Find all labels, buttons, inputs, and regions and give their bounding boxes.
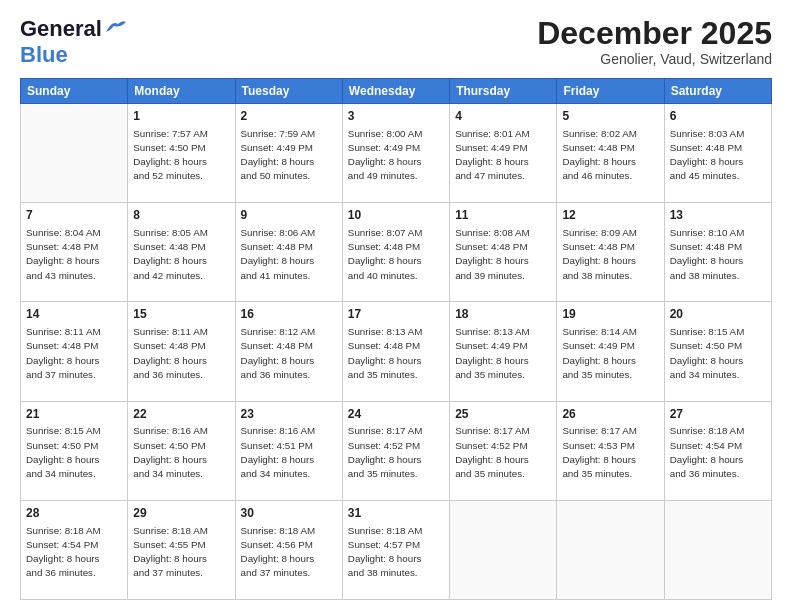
calendar-cell: 31Sunrise: 8:18 AMSunset: 4:57 PMDayligh… — [342, 500, 449, 599]
day-info: Sunrise: 7:59 AMSunset: 4:49 PMDaylight:… — [241, 127, 337, 184]
calendar-cell: 3Sunrise: 8:00 AMSunset: 4:49 PMDaylight… — [342, 104, 449, 203]
week-row-2: 7Sunrise: 8:04 AMSunset: 4:48 PMDaylight… — [21, 203, 772, 302]
day-number: 18 — [455, 306, 551, 323]
day-number: 15 — [133, 306, 229, 323]
header-right: December 2025 Genolier, Vaud, Switzerlan… — [537, 16, 772, 67]
calendar-cell — [450, 500, 557, 599]
calendar-cell: 7Sunrise: 8:04 AMSunset: 4:48 PMDaylight… — [21, 203, 128, 302]
logo-bird-icon — [104, 18, 126, 36]
day-info: Sunrise: 8:11 AMSunset: 4:48 PMDaylight:… — [133, 325, 229, 382]
day-number: 14 — [26, 306, 122, 323]
day-number: 12 — [562, 207, 658, 224]
day-of-week-wednesday: Wednesday — [342, 79, 449, 104]
calendar-cell: 13Sunrise: 8:10 AMSunset: 4:48 PMDayligh… — [664, 203, 771, 302]
day-info: Sunrise: 8:11 AMSunset: 4:48 PMDaylight:… — [26, 325, 122, 382]
day-number: 11 — [455, 207, 551, 224]
calendar-cell: 14Sunrise: 8:11 AMSunset: 4:48 PMDayligh… — [21, 302, 128, 401]
day-info: Sunrise: 8:01 AMSunset: 4:49 PMDaylight:… — [455, 127, 551, 184]
calendar-cell: 23Sunrise: 8:16 AMSunset: 4:51 PMDayligh… — [235, 401, 342, 500]
calendar-cell: 26Sunrise: 8:17 AMSunset: 4:53 PMDayligh… — [557, 401, 664, 500]
day-number: 22 — [133, 406, 229, 423]
calendar-cell: 27Sunrise: 8:18 AMSunset: 4:54 PMDayligh… — [664, 401, 771, 500]
calendar-cell: 29Sunrise: 8:18 AMSunset: 4:55 PMDayligh… — [128, 500, 235, 599]
day-info: Sunrise: 8:17 AMSunset: 4:53 PMDaylight:… — [562, 424, 658, 481]
calendar-cell: 20Sunrise: 8:15 AMSunset: 4:50 PMDayligh… — [664, 302, 771, 401]
day-number: 10 — [348, 207, 444, 224]
day-number: 26 — [562, 406, 658, 423]
calendar-cell: 15Sunrise: 8:11 AMSunset: 4:48 PMDayligh… — [128, 302, 235, 401]
calendar-cell: 4Sunrise: 8:01 AMSunset: 4:49 PMDaylight… — [450, 104, 557, 203]
day-info: Sunrise: 8:07 AMSunset: 4:48 PMDaylight:… — [348, 226, 444, 283]
day-info: Sunrise: 8:16 AMSunset: 4:50 PMDaylight:… — [133, 424, 229, 481]
calendar-cell: 10Sunrise: 8:07 AMSunset: 4:48 PMDayligh… — [342, 203, 449, 302]
calendar-cell — [21, 104, 128, 203]
day-number: 21 — [26, 406, 122, 423]
day-of-week-tuesday: Tuesday — [235, 79, 342, 104]
day-number: 16 — [241, 306, 337, 323]
calendar-header: SundayMondayTuesdayWednesdayThursdayFrid… — [21, 79, 772, 104]
day-info: Sunrise: 8:04 AMSunset: 4:48 PMDaylight:… — [26, 226, 122, 283]
day-number: 27 — [670, 406, 766, 423]
day-info: Sunrise: 8:16 AMSunset: 4:51 PMDaylight:… — [241, 424, 337, 481]
logo-general: General — [20, 16, 102, 42]
day-number: 4 — [455, 108, 551, 125]
day-number: 30 — [241, 505, 337, 522]
calendar-body: 1Sunrise: 7:57 AMSunset: 4:50 PMDaylight… — [21, 104, 772, 600]
day-number: 7 — [26, 207, 122, 224]
day-of-week-sunday: Sunday — [21, 79, 128, 104]
day-info: Sunrise: 8:13 AMSunset: 4:48 PMDaylight:… — [348, 325, 444, 382]
calendar-cell: 9Sunrise: 8:06 AMSunset: 4:48 PMDaylight… — [235, 203, 342, 302]
day-number: 6 — [670, 108, 766, 125]
calendar-cell: 8Sunrise: 8:05 AMSunset: 4:48 PMDaylight… — [128, 203, 235, 302]
day-number: 29 — [133, 505, 229, 522]
day-number: 19 — [562, 306, 658, 323]
day-info: Sunrise: 8:18 AMSunset: 4:54 PMDaylight:… — [26, 524, 122, 581]
day-info: Sunrise: 8:18 AMSunset: 4:57 PMDaylight:… — [348, 524, 444, 581]
day-info: Sunrise: 8:15 AMSunset: 4:50 PMDaylight:… — [670, 325, 766, 382]
calendar-cell: 21Sunrise: 8:15 AMSunset: 4:50 PMDayligh… — [21, 401, 128, 500]
day-number: 25 — [455, 406, 551, 423]
day-number: 9 — [241, 207, 337, 224]
day-info: Sunrise: 8:00 AMSunset: 4:49 PMDaylight:… — [348, 127, 444, 184]
calendar-cell: 11Sunrise: 8:08 AMSunset: 4:48 PMDayligh… — [450, 203, 557, 302]
day-of-week-friday: Friday — [557, 79, 664, 104]
calendar-cell: 2Sunrise: 7:59 AMSunset: 4:49 PMDaylight… — [235, 104, 342, 203]
day-info: Sunrise: 8:03 AMSunset: 4:48 PMDaylight:… — [670, 127, 766, 184]
calendar-cell: 25Sunrise: 8:17 AMSunset: 4:52 PMDayligh… — [450, 401, 557, 500]
day-number: 5 — [562, 108, 658, 125]
day-info: Sunrise: 7:57 AMSunset: 4:50 PMDaylight:… — [133, 127, 229, 184]
day-of-week-monday: Monday — [128, 79, 235, 104]
week-row-1: 1Sunrise: 7:57 AMSunset: 4:50 PMDaylight… — [21, 104, 772, 203]
calendar-cell: 22Sunrise: 8:16 AMSunset: 4:50 PMDayligh… — [128, 401, 235, 500]
days-header-row: SundayMondayTuesdayWednesdayThursdayFrid… — [21, 79, 772, 104]
day-info: Sunrise: 8:06 AMSunset: 4:48 PMDaylight:… — [241, 226, 337, 283]
day-info: Sunrise: 8:17 AMSunset: 4:52 PMDaylight:… — [348, 424, 444, 481]
day-info: Sunrise: 8:13 AMSunset: 4:49 PMDaylight:… — [455, 325, 551, 382]
calendar-cell: 17Sunrise: 8:13 AMSunset: 4:48 PMDayligh… — [342, 302, 449, 401]
page: General Blue December 2025 Genolier, Vau… — [0, 0, 792, 612]
day-number: 13 — [670, 207, 766, 224]
header: General Blue December 2025 Genolier, Vau… — [20, 16, 772, 68]
day-number: 1 — [133, 108, 229, 125]
day-info: Sunrise: 8:18 AMSunset: 4:56 PMDaylight:… — [241, 524, 337, 581]
day-info: Sunrise: 8:10 AMSunset: 4:48 PMDaylight:… — [670, 226, 766, 283]
calendar-cell — [557, 500, 664, 599]
calendar-cell: 1Sunrise: 7:57 AMSunset: 4:50 PMDaylight… — [128, 104, 235, 203]
day-of-week-thursday: Thursday — [450, 79, 557, 104]
calendar-cell: 5Sunrise: 8:02 AMSunset: 4:48 PMDaylight… — [557, 104, 664, 203]
day-info: Sunrise: 8:05 AMSunset: 4:48 PMDaylight:… — [133, 226, 229, 283]
day-number: 23 — [241, 406, 337, 423]
calendar-cell: 28Sunrise: 8:18 AMSunset: 4:54 PMDayligh… — [21, 500, 128, 599]
calendar-cell — [664, 500, 771, 599]
day-info: Sunrise: 8:02 AMSunset: 4:48 PMDaylight:… — [562, 127, 658, 184]
calendar-cell: 16Sunrise: 8:12 AMSunset: 4:48 PMDayligh… — [235, 302, 342, 401]
week-row-3: 14Sunrise: 8:11 AMSunset: 4:48 PMDayligh… — [21, 302, 772, 401]
day-number: 24 — [348, 406, 444, 423]
calendar-table: SundayMondayTuesdayWednesdayThursdayFrid… — [20, 78, 772, 600]
day-info: Sunrise: 8:14 AMSunset: 4:49 PMDaylight:… — [562, 325, 658, 382]
week-row-5: 28Sunrise: 8:18 AMSunset: 4:54 PMDayligh… — [21, 500, 772, 599]
calendar-cell: 24Sunrise: 8:17 AMSunset: 4:52 PMDayligh… — [342, 401, 449, 500]
month-title: December 2025 — [537, 16, 772, 51]
day-info: Sunrise: 8:09 AMSunset: 4:48 PMDaylight:… — [562, 226, 658, 283]
day-info: Sunrise: 8:17 AMSunset: 4:52 PMDaylight:… — [455, 424, 551, 481]
